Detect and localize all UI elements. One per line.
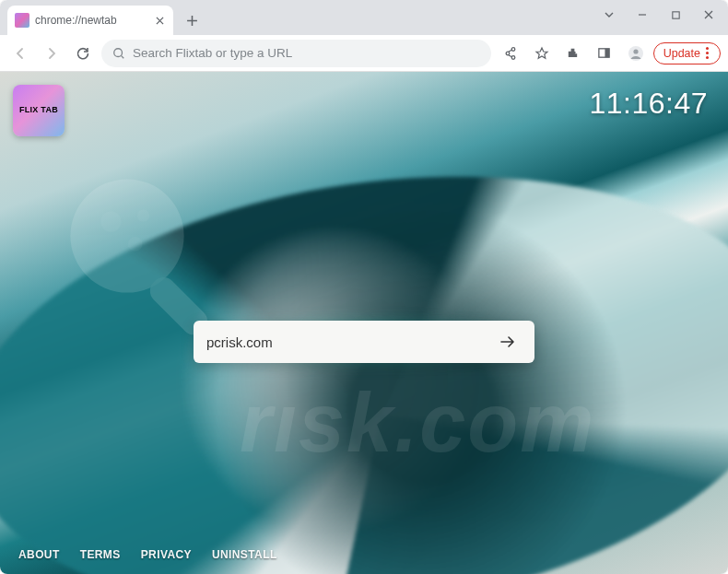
bookmark-star-icon[interactable] xyxy=(528,40,556,67)
forward-button[interactable] xyxy=(39,41,65,66)
update-button[interactable]: Update xyxy=(653,42,721,64)
footer-nav: ABOUT TERMS PRIVACY UNINSTALL xyxy=(18,548,277,561)
svg-point-11 xyxy=(137,209,149,221)
browser-tab[interactable]: chrome://newtab xyxy=(7,6,173,35)
footer-link-uninstall[interactable]: UNINSTALL xyxy=(212,548,277,561)
clock-display: 11:16:47 xyxy=(589,87,708,121)
close-window-icon[interactable] xyxy=(695,4,722,26)
back-button[interactable] xyxy=(7,41,33,66)
extensions-puzzle-icon[interactable] xyxy=(559,40,587,67)
tab-title: chrome://newtab xyxy=(35,14,147,27)
profile-avatar-icon[interactable] xyxy=(622,40,650,67)
window-title-bar: chrome://newtab xyxy=(0,0,728,35)
svg-point-1 xyxy=(114,48,123,56)
arrow-right-icon xyxy=(499,335,516,348)
share-icon[interactable] xyxy=(497,40,524,67)
tab-search-dropdown-icon[interactable] xyxy=(595,4,623,26)
minimize-window-icon[interactable] xyxy=(628,4,656,26)
kebab-menu-icon xyxy=(706,47,709,59)
newtab-search-box xyxy=(194,321,534,363)
footer-link-about[interactable]: ABOUT xyxy=(18,548,60,561)
svg-point-10 xyxy=(100,212,121,232)
search-icon xyxy=(112,47,125,60)
browser-toolbar: Search Flixtab or type a URL Update xyxy=(0,35,728,72)
side-panel-icon[interactable] xyxy=(591,40,618,67)
svg-point-3 xyxy=(506,52,510,55)
svg-point-4 xyxy=(511,55,515,59)
address-bar-placeholder: Search Flixtab or type a URL xyxy=(133,46,292,60)
watermark-text: rısk.com xyxy=(240,376,595,471)
footer-link-privacy[interactable]: PRIVACY xyxy=(141,548,192,561)
svg-point-9 xyxy=(70,179,183,292)
tab-favicon xyxy=(15,13,29,28)
address-bar[interactable]: Search Flixtab or type a URL xyxy=(101,40,491,67)
maximize-window-icon[interactable] xyxy=(662,4,689,26)
close-tab-icon[interactable] xyxy=(153,14,166,27)
svg-rect-0 xyxy=(672,11,678,18)
newtab-page: rısk.com FLIX TAB 11:16:47 ABOUT TERMS P… xyxy=(0,72,728,574)
reload-button[interactable] xyxy=(70,41,96,66)
svg-point-8 xyxy=(633,49,638,53)
svg-point-2 xyxy=(511,47,515,51)
svg-point-12 xyxy=(128,237,142,251)
new-tab-button[interactable] xyxy=(179,7,205,33)
flixtab-logo-text: FLIX TAB xyxy=(19,106,58,114)
svg-rect-6 xyxy=(605,49,610,57)
newtab-search-input[interactable] xyxy=(206,334,494,350)
newtab-search-submit[interactable] xyxy=(494,328,522,356)
footer-link-terms[interactable]: TERMS xyxy=(80,548,121,561)
update-button-label: Update xyxy=(663,47,700,60)
flixtab-logo[interactable]: FLIX TAB xyxy=(13,85,65,136)
